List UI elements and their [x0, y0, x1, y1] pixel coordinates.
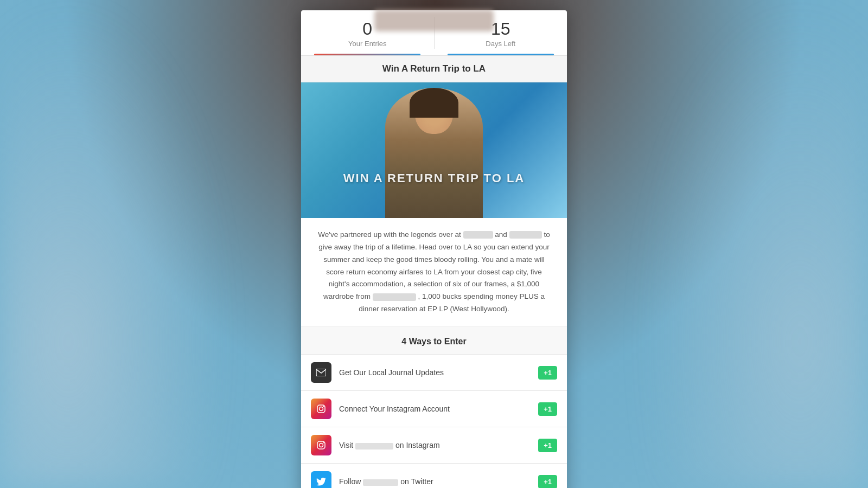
svg-point-6 [320, 444, 323, 447]
entry-item-twitter[interactable]: Follow on Twitter +1 [301, 463, 567, 488]
entry-item-email[interactable]: Get Our Local Journal Updates +1 [301, 354, 567, 390]
entry-label-instagram-connect: Connect Your Instagram Account [339, 404, 531, 413]
ways-title: 4 Ways to Enter [301, 327, 567, 354]
entry-item-instagram-connect[interactable]: Connect Your Instagram Account +1 [301, 390, 567, 427]
svg-rect-1 [316, 369, 326, 376]
entry-badge-twitter[interactable]: +1 [538, 475, 557, 488]
entry-label-twitter: Follow on Twitter [339, 477, 531, 486]
contest-card: 0 Your Entries 15 Days Left Win A Return… [301, 10, 567, 488]
entry-label-email: Get Our Local Journal Updates [339, 368, 531, 377]
redacted-partner1 [463, 231, 493, 239]
hero-image: WIN A RETURN TRIP TO LA [301, 82, 567, 218]
entry-item-instagram-visit[interactable]: Visit on Instagram +1 [301, 427, 567, 463]
bg-blur-right [640, 0, 868, 488]
hero-overlay-text: WIN A RETURN TRIP TO LA [301, 171, 567, 185]
entry-badge-instagram-connect[interactable]: +1 [538, 402, 557, 416]
svg-point-3 [320, 407, 323, 411]
redacted-instagram-handle [355, 443, 393, 450]
redacted-twitter-handle [363, 479, 398, 486]
instagram-connect-icon [311, 399, 331, 419]
entry-label-instagram-visit: Visit on Instagram [339, 441, 531, 450]
logo-bar [374, 10, 494, 31]
entry-badge-email[interactable]: +1 [538, 366, 557, 380]
ways-section: 4 Ways to Enter Get Our Local Journal Up… [301, 327, 567, 488]
bg-blur-left [0, 0, 228, 488]
svg-rect-0 [316, 369, 326, 376]
instagram-visit-icon [311, 435, 331, 455]
hero-person-figure [385, 88, 483, 218]
twitter-icon [311, 471, 331, 488]
days-label: Days Left [440, 40, 562, 48]
entry-badge-instagram-visit[interactable]: +1 [538, 439, 557, 452]
svg-point-7 [323, 442, 324, 444]
redacted-partner2 [509, 231, 542, 239]
redacted-brand [373, 293, 416, 301]
contest-title: Win A Return Trip to LA [301, 56, 567, 82]
email-icon [311, 362, 331, 383]
entries-label: Your Entries [307, 40, 429, 48]
contest-description: We've partnered up with the legends over… [301, 218, 567, 328]
entry-list: Get Our Local Journal Updates +1 Connect… [301, 354, 567, 488]
svg-point-4 [323, 406, 324, 407]
